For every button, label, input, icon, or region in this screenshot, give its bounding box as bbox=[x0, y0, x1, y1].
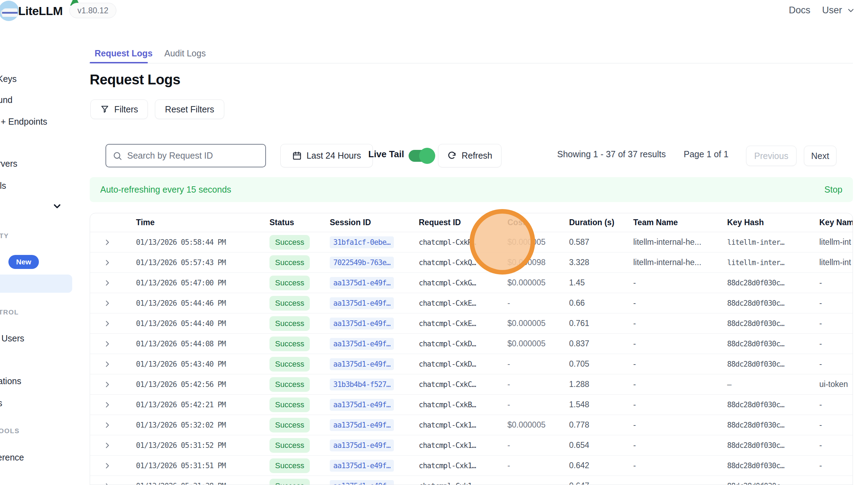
session-id-link[interactable]: aa1375d1-e49f… bbox=[330, 318, 394, 330]
status-badge: Success bbox=[269, 479, 310, 485]
sidebar-item-keys[interactable]: Keys bbox=[0, 74, 17, 84]
table-row[interactable]: 01/13/2026 05:57:43 PM Success 7022549b-… bbox=[90, 252, 853, 273]
cell-time: 01/13/2026 05:31:52 PM bbox=[136, 441, 269, 450]
session-id-link[interactable]: aa1375d1-e49f… bbox=[330, 338, 394, 350]
live-tail-toggle[interactable] bbox=[409, 150, 432, 162]
time-range-button[interactable]: Last 24 Hours bbox=[280, 144, 373, 167]
table-row[interactable]: 01/13/2026 05:32:02 PM Success aa1375d1-… bbox=[90, 415, 853, 435]
session-id-link[interactable]: aa1375d1-e49f… bbox=[330, 277, 394, 289]
sidebar-item-endpoints[interactable]: + Endpoints bbox=[1, 117, 47, 127]
tab-audit-logs[interactable]: Audit Logs bbox=[164, 48, 206, 58]
cell-key-hash: litellm-inter… bbox=[727, 238, 819, 247]
expand-row-chevron-icon[interactable] bbox=[103, 299, 111, 307]
request-logs-page: LiteLLM v1.80.12 Docs User Keys und + En… bbox=[0, 0, 868, 485]
table-row[interactable]: 01/13/2026 05:44:08 PM Success aa1375d1-… bbox=[90, 334, 853, 354]
cell-team-name: - bbox=[633, 481, 727, 485]
cell-time: 01/13/2026 05:43:40 PM bbox=[136, 360, 269, 368]
tabs-divider bbox=[89, 63, 853, 63]
next-page-button[interactable]: Next bbox=[804, 146, 836, 166]
session-id-link[interactable]: aa1375d1-e49f… bbox=[330, 399, 394, 411]
tab-request-logs[interactable]: Request Logs bbox=[95, 48, 152, 58]
table-row[interactable]: 01/13/2026 05:42:56 PM Success 31b3b4b4-… bbox=[90, 374, 853, 395]
session-id-link[interactable]: aa1375d1-e49f… bbox=[330, 480, 394, 485]
cell-key-hash: 88dc28d0f030c… bbox=[727, 482, 819, 485]
session-id-link[interactable]: aa1375d1-e49f… bbox=[330, 297, 394, 309]
expand-row-chevron-icon[interactable] bbox=[103, 462, 111, 470]
cell-key-name: - bbox=[819, 481, 853, 485]
cell-team-name: - bbox=[633, 441, 727, 450]
session-id-link[interactable]: 7022549b-763e… bbox=[330, 257, 394, 269]
expand-row-chevron-icon[interactable] bbox=[103, 482, 111, 485]
table-row[interactable]: 01/13/2026 05:44:40 PM Success aa1375d1-… bbox=[90, 313, 853, 334]
cell-key-name: - bbox=[819, 441, 853, 450]
table-row[interactable]: 01/13/2026 05:31:51 PM Success aa1375d1-… bbox=[90, 456, 853, 476]
calendar-icon bbox=[292, 151, 302, 160]
chevron-down-icon bbox=[846, 6, 855, 15]
cell-key-hash: 88dc28d0f030c… bbox=[727, 340, 819, 348]
expand-row-chevron-icon[interactable] bbox=[103, 401, 111, 409]
sidebar-item-guardrails[interactable]: ils bbox=[0, 181, 6, 191]
session-id-link[interactable]: aa1375d1-e49f… bbox=[330, 419, 394, 431]
reset-filters-button[interactable]: Reset Filters bbox=[155, 99, 224, 119]
docs-link[interactable]: Docs bbox=[789, 5, 811, 16]
sidebar-item-playground[interactable]: und bbox=[0, 95, 13, 105]
cell-time: 01/13/2026 05:47:00 PM bbox=[136, 279, 269, 287]
expand-row-chevron-icon[interactable] bbox=[103, 360, 111, 368]
previous-label: Previous bbox=[754, 151, 788, 161]
refresh-button[interactable]: Refresh bbox=[438, 144, 501, 167]
search-icon bbox=[112, 151, 122, 161]
session-id-link[interactable]: 31b3b4b4-f527… bbox=[330, 379, 394, 390]
sidebar-item-servers[interactable]: rvers bbox=[0, 159, 18, 169]
filters-button[interactable]: Filters bbox=[90, 99, 148, 119]
cell-team-name: litellm-internal-he... bbox=[633, 237, 727, 247]
search-input[interactable] bbox=[127, 151, 253, 161]
request-logs-table: Time Status Session ID Request ID Cost D… bbox=[90, 213, 853, 485]
cell-duration: 0.705 bbox=[569, 359, 633, 369]
column-header-request: Request ID bbox=[419, 218, 507, 227]
sidebar-item-api-reference[interactable]: erence bbox=[0, 452, 24, 463]
table-row[interactable]: 01/13/2026 05:47:00 PM Success aa1375d1-… bbox=[90, 273, 853, 293]
cell-key-name: - bbox=[819, 319, 853, 328]
cell-key-name: - bbox=[819, 339, 853, 348]
search-request-id[interactable] bbox=[105, 144, 266, 167]
status-badge: Success bbox=[269, 418, 310, 432]
sidebar-item-users[interactable]: Users bbox=[1, 333, 24, 344]
cell-team-name: - bbox=[633, 380, 727, 389]
cell-team-name: - bbox=[633, 359, 727, 369]
table-row[interactable]: 01/13/2026 05:43:40 PM Success aa1375d1-… bbox=[90, 354, 853, 374]
session-id-link[interactable]: aa1375d1-e49f… bbox=[330, 358, 394, 370]
sidebar-collapse-chevron-icon[interactable] bbox=[52, 201, 62, 212]
previous-page-button[interactable]: Previous bbox=[746, 146, 797, 166]
cell-key-hash: 88dc28d0f030c… bbox=[727, 441, 819, 450]
expand-row-chevron-icon[interactable] bbox=[103, 442, 111, 449]
table-row[interactable]: 01/13/2026 05:31:52 PM Success aa1375d1-… bbox=[90, 435, 853, 456]
expand-row-chevron-icon[interactable] bbox=[103, 320, 111, 327]
table-row[interactable]: 01/13/2026 05:44:46 PM Success aa1375d1-… bbox=[90, 293, 853, 313]
table-row[interactable]: 01/13/2026 05:31:38 PM Success aa1375d1-… bbox=[90, 476, 853, 485]
expand-row-chevron-icon[interactable] bbox=[103, 340, 111, 348]
cell-key-name: litellm-int bbox=[819, 237, 853, 247]
stop-auto-refresh-link[interactable]: Stop bbox=[825, 185, 842, 195]
session-id-link[interactable]: aa1375d1-e49f… bbox=[330, 439, 394, 451]
page-title: Request Logs bbox=[90, 72, 180, 88]
expand-row-chevron-icon[interactable] bbox=[103, 279, 111, 287]
cell-key-hash: 88dc28d0f030c… bbox=[727, 401, 819, 409]
user-menu[interactable]: User bbox=[822, 5, 855, 16]
cell-request-id: chatcmpl-Cxk1… bbox=[419, 482, 507, 485]
session-id-link[interactable]: 31bfa1cf-0ebe… bbox=[330, 236, 394, 248]
table-row[interactable]: 01/13/2026 05:58:44 PM Success 31bfa1cf-… bbox=[90, 232, 853, 252]
cell-duration: 1.45 bbox=[569, 278, 633, 287]
user-menu-label: User bbox=[822, 5, 842, 16]
expand-row-chevron-icon[interactable] bbox=[103, 421, 111, 429]
cell-cost: - bbox=[507, 461, 569, 470]
expand-row-chevron-icon[interactable] bbox=[103, 259, 111, 266]
expand-row-chevron-icon[interactable] bbox=[103, 381, 111, 388]
sidebar-item-organizations[interactable]: ations bbox=[0, 376, 21, 386]
session-id-link[interactable]: aa1375d1-e49f… bbox=[330, 460, 394, 472]
results-count: Showing 1 - 37 of 37 results bbox=[557, 149, 666, 159]
sidebar-item-teams[interactable]: s bbox=[0, 398, 2, 408]
table-row[interactable]: 01/13/2026 05:42:21 PM Success aa1375d1-… bbox=[90, 395, 853, 415]
sidebar-item-selected[interactable] bbox=[0, 275, 72, 293]
expand-row-chevron-icon[interactable] bbox=[103, 238, 111, 246]
litellm-logo-icon bbox=[0, 1, 19, 21]
